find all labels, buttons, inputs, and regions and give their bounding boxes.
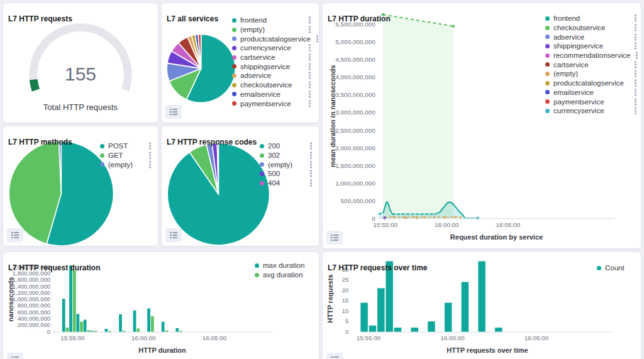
legend-toggle-button[interactable] xyxy=(326,353,343,359)
legend-item-adservice[interactable]: adservice xyxy=(545,32,638,41)
vertical-dots-icon[interactable] xyxy=(629,89,638,96)
legend-item-shippingservice[interactable]: shippingservice xyxy=(545,41,638,51)
vertical-dots-icon[interactable] xyxy=(303,26,313,33)
bar-count[interactable] xyxy=(369,326,376,332)
vertical-dots-icon[interactable] xyxy=(629,42,638,50)
bar-avg[interactable] xyxy=(123,331,126,332)
bar-max[interactable] xyxy=(162,322,165,332)
vertical-dots-icon[interactable] xyxy=(304,152,314,159)
vertical-dots-icon[interactable] xyxy=(304,142,314,150)
bar-avg[interactable] xyxy=(151,316,154,332)
vertical-dots-icon[interactable] xyxy=(303,16,313,24)
bar-count[interactable] xyxy=(394,328,401,332)
legend-item-get[interactable]: GET xyxy=(100,151,153,160)
vertical-dots-icon[interactable] xyxy=(629,33,638,41)
legend-label: frontend xyxy=(553,14,580,22)
bar-count[interactable] xyxy=(445,302,452,331)
bar-avg[interactable] xyxy=(80,322,83,332)
legend-item--empty-[interactable]: (empty) xyxy=(100,160,153,169)
bar-max[interactable] xyxy=(91,331,94,332)
legend-item-emailservice[interactable]: emailservice xyxy=(545,88,638,97)
legend-item-adservice[interactable]: adservice xyxy=(232,71,313,80)
bar-count[interactable] xyxy=(428,321,435,331)
vertical-dots-icon[interactable] xyxy=(629,24,638,31)
bar-avg[interactable] xyxy=(66,328,69,332)
legend-item-checkoutservice[interactable]: checkoutservice xyxy=(232,80,313,90)
legend-item-frontend[interactable]: frontend xyxy=(232,16,313,25)
vertical-dots-icon[interactable] xyxy=(629,61,638,69)
legend-item-paymentservice[interactable]: paymentservice xyxy=(232,99,313,108)
vertical-dots-icon[interactable] xyxy=(303,91,313,98)
bar-avg[interactable] xyxy=(87,330,90,332)
vertical-dots-icon[interactable] xyxy=(303,44,313,52)
bar-max[interactable] xyxy=(119,314,122,332)
bar-avg[interactable] xyxy=(94,331,97,332)
legend-item-404[interactable]: 404 xyxy=(260,179,314,188)
legend-item-productcatalogservice[interactable]: productcatalogservice xyxy=(232,34,313,43)
bar-max[interactable] xyxy=(175,328,179,332)
vertical-dots-icon[interactable] xyxy=(143,142,153,150)
legend-item-paymentservice[interactable]: paymentservice xyxy=(545,97,638,106)
bar-max[interactable] xyxy=(84,320,87,332)
legend-item--empty-[interactable]: (empty) xyxy=(232,25,313,35)
legend-item-currencyservice[interactable]: currencyservice xyxy=(545,106,638,116)
legend-item-cartservice[interactable]: cartservice xyxy=(545,60,638,69)
legend-item-checkoutservice[interactable]: checkoutservice xyxy=(545,23,638,33)
legend-item-frontend[interactable]: frontend xyxy=(545,14,638,23)
bar-count[interactable] xyxy=(360,302,367,331)
vertical-dots-icon[interactable] xyxy=(304,179,314,187)
bar-max[interactable] xyxy=(76,314,79,331)
bar-avg[interactable] xyxy=(136,329,140,332)
legend-item-200[interactable]: 200 xyxy=(260,141,314,151)
bar-avg[interactable] xyxy=(165,331,169,332)
legend-toggle-button[interactable] xyxy=(7,353,23,359)
bar-count[interactable] xyxy=(411,328,418,332)
bar-avg[interactable] xyxy=(179,331,182,331)
bar-max[interactable] xyxy=(69,265,72,331)
vertical-dots-icon[interactable] xyxy=(630,52,640,59)
bar-max[interactable] xyxy=(133,311,136,332)
vertical-dots-icon[interactable] xyxy=(629,98,638,106)
bar-count[interactable] xyxy=(377,288,384,331)
legend-item--empty-[interactable]: (empty) xyxy=(545,69,638,79)
vertical-dots-icon[interactable] xyxy=(303,81,313,89)
legend-item-post[interactable]: POST xyxy=(100,141,153,151)
vertical-dots-icon[interactable] xyxy=(311,35,319,43)
vertical-dots-icon[interactable] xyxy=(143,152,153,159)
legend-item-currencyservice[interactable]: currencyservice xyxy=(232,43,313,53)
vertical-dots-icon[interactable] xyxy=(143,161,153,168)
bar-count[interactable] xyxy=(478,262,485,332)
legend-item-recommendationservice[interactable]: recommendationservice xyxy=(545,51,638,60)
bar-avg[interactable] xyxy=(108,331,111,331)
legend-item-shippingservice[interactable]: shippingservice xyxy=(232,62,313,71)
bar-avg[interactable] xyxy=(73,270,76,332)
legend-item-avg-duration[interactable]: avg duration xyxy=(255,270,315,280)
legend-item-productcatalogservice[interactable]: productcatalogservice xyxy=(545,79,638,88)
vertical-dots-icon[interactable] xyxy=(303,53,313,61)
legend-item--empty-[interactable]: (empty) xyxy=(260,160,314,169)
vertical-dots-icon[interactable] xyxy=(303,72,313,79)
legend-item-cartservice[interactable]: cartservice xyxy=(232,53,313,62)
legend-item-emailservice[interactable]: emailservice xyxy=(232,90,313,99)
vertical-dots-icon[interactable] xyxy=(303,63,313,70)
vertical-dots-icon[interactable] xyxy=(629,70,638,77)
bar-count[interactable] xyxy=(462,282,469,331)
vertical-dots-icon[interactable] xyxy=(304,170,314,177)
vertical-dots-icon[interactable] xyxy=(629,107,638,114)
legend-toggle-button[interactable] xyxy=(165,105,182,119)
vertical-dots-icon[interactable] xyxy=(303,100,313,108)
bar-count[interactable] xyxy=(495,328,502,332)
legend-toggle-button[interactable] xyxy=(326,231,343,245)
legend-item-302[interactable]: 302 xyxy=(260,151,314,160)
legend-item-500[interactable]: 500 xyxy=(260,169,314,179)
vertical-dots-icon[interactable] xyxy=(629,79,638,87)
vertical-dots-icon[interactable] xyxy=(304,161,314,168)
legend-item-max-duration[interactable]: max duration xyxy=(255,261,315,270)
legend-toggle-button[interactable] xyxy=(165,228,182,242)
vertical-dots-icon[interactable] xyxy=(629,14,638,22)
bar-max[interactable] xyxy=(62,299,65,331)
bar-max[interactable] xyxy=(105,329,108,332)
bar-max[interactable] xyxy=(147,309,150,332)
legend-toggle-button[interactable] xyxy=(7,228,23,242)
legend-item-count[interactable]: Count xyxy=(597,263,635,273)
